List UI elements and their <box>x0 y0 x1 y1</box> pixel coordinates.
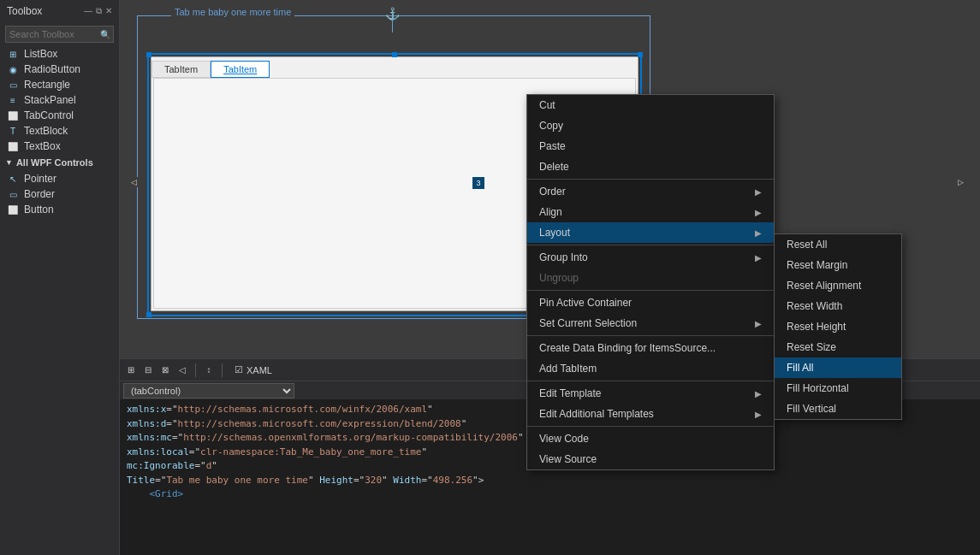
menu-item-view-code-label: View Code <box>539 433 589 445</box>
order-arrow-icon: ▶ <box>755 187 762 197</box>
toolbox-item-listbox[interactable]: ⊞ ListBox <box>0 46 119 62</box>
code-line-7: <Grid> <box>127 487 973 502</box>
menu-item-order[interactable]: Order ▶ <box>527 181 774 202</box>
menu-divider-3 <box>527 290 774 291</box>
menu-item-edit-additional-templates-label: Edit Additional Templates <box>539 408 654 420</box>
menu-item-delete[interactable]: Delete <box>527 156 774 177</box>
xaml-label: ☑ XAML <box>228 364 279 375</box>
code-attr-2: xmlns:d <box>127 418 166 429</box>
menu-divider-2 <box>527 245 774 245</box>
toolbox-item-stackpanel[interactable]: ≡ StackPanel <box>0 92 119 108</box>
toolbox-item-button[interactable]: ⬜ Button <box>0 202 119 217</box>
menu-item-group-into[interactable]: Group Into ▶ <box>527 247 774 268</box>
toolbox-item-rectangle[interactable]: ▭ Rectangle <box>0 77 119 92</box>
submenu-reset-width-label: Reset Width <box>787 300 842 312</box>
submenu-fill-vertical[interactable]: Fill Vertical <box>775 399 901 419</box>
submenu-reset-margin[interactable]: Reset Margin <box>775 255 901 275</box>
button-icon: ⬜ <box>7 204 19 216</box>
tab-headers: TabItem TabItem <box>151 57 638 78</box>
submenu-reset-all[interactable]: Reset All <box>775 234 901 255</box>
toolbox-item-label: StackPanel <box>24 94 76 106</box>
toolbox-item-label: Pointer <box>24 173 56 185</box>
toolbox-item-border[interactable]: ▭ Border <box>0 186 119 202</box>
menu-item-add-tabitem-label: Add TabItem <box>539 363 597 375</box>
code-attr: xmlns:x <box>127 404 166 415</box>
menu-item-edit-template-label: Edit Template <box>539 387 602 399</box>
search-input[interactable] <box>5 26 114 43</box>
menu-divider-5 <box>527 381 774 381</box>
submenu-reset-height[interactable]: Reset Height <box>775 316 901 337</box>
toolbar-divider-2 <box>222 363 223 377</box>
rectangle-icon: ▭ <box>7 79 19 91</box>
toolbox-item-label: ListBox <box>24 48 57 60</box>
menu-item-pin-active-label: Pin Active Container <box>539 297 632 309</box>
pointer-icon: ↖ <box>7 173 19 185</box>
submenu-reset-size-label: Reset Size <box>787 341 836 353</box>
toolbar-btn-5[interactable]: ↕ <box>201 363 217 378</box>
menu-item-delete-label: Delete <box>539 161 569 173</box>
toolbox-item-label: TextBox <box>24 140 61 152</box>
menu-item-set-selection-label: Set Current Selection <box>539 317 637 329</box>
menu-item-paste[interactable]: Paste <box>527 136 774 156</box>
float-icon[interactable]: ⧉ <box>96 6 102 16</box>
edit-additional-arrow-icon: ▶ <box>755 410 762 419</box>
menu-item-edit-additional-templates[interactable]: Edit Additional Templates ▶ <box>527 404 774 424</box>
anchor-line-top <box>392 19 393 32</box>
submenu-fill-horizontal-label: Fill Horizontal <box>787 382 849 394</box>
connector-left: ◁ <box>128 177 140 187</box>
menu-item-pin-active[interactable]: Pin Active Container <box>527 292 774 313</box>
menu-item-edit-template[interactable]: Edit Template ▶ <box>527 383 774 404</box>
toolbar-btn-2[interactable]: ⊟ <box>140 363 156 378</box>
stackpanel-icon: ≡ <box>7 94 19 106</box>
toolbox-item-label: Rectangle <box>24 79 70 91</box>
close-icon[interactable]: ✕ <box>105 6 112 16</box>
toolbox-search-area: 🔍 <box>0 22 119 46</box>
toolbox-item-textblock[interactable]: T TextBlock <box>0 123 119 139</box>
toolbox-list: ⊞ ListBox ◉ RadioButton ▭ Rectangle ≡ St… <box>0 46 119 555</box>
code-attr-4: xmlns:local <box>127 446 189 458</box>
tab-item-1[interactable]: TabItem <box>151 61 211 78</box>
toolbox-item-radiobutton[interactable]: ◉ RadioButton <box>0 62 119 77</box>
menu-item-add-tabitem[interactable]: Add TabItem <box>527 358 774 379</box>
toolbar-btn-4[interactable]: ◁ <box>175 363 190 378</box>
menu-divider-6 <box>527 426 774 427</box>
menu-item-set-selection[interactable]: Set Current Selection ▶ <box>527 313 774 334</box>
menu-item-view-source[interactable]: View Source <box>527 449 774 469</box>
menu-item-layout[interactable]: Layout ▶ <box>527 222 774 243</box>
submenu-reset-alignment[interactable]: Reset Alignment <box>775 275 901 296</box>
toolbar-btn-3[interactable]: ⊠ <box>157 363 173 378</box>
toolbox-section-wpf[interactable]: ▼ All WPF Controls <box>0 154 119 171</box>
toolbox-item-pointer[interactable]: ↖ Pointer <box>0 171 119 186</box>
toolbox-item-label: Border <box>24 188 55 200</box>
menu-item-view-code[interactable]: View Code <box>527 428 774 449</box>
submenu-fill-all[interactable]: Fill All <box>775 357 901 378</box>
number-badge: 3 <box>472 177 484 189</box>
toolbox-item-textbox[interactable]: ⬜ TextBox <box>0 139 119 154</box>
submenu-reset-width[interactable]: Reset Width <box>775 296 901 316</box>
edit-template-arrow-icon: ▶ <box>755 389 762 399</box>
toolbox-item-tabcontrol[interactable]: ⬜ TabControl <box>0 108 119 123</box>
search-container: 🔍 <box>5 26 114 43</box>
submenu-reset-size[interactable]: Reset Size <box>775 337 901 357</box>
tab-item-2-active[interactable]: TabItem <box>211 61 270 78</box>
border-icon: ▭ <box>7 188 19 200</box>
submenu-fill-horizontal[interactable]: Fill Horizontal <box>775 378 901 399</box>
element-dropdown[interactable]: (tabControl) <box>123 383 294 399</box>
menu-divider-4 <box>527 335 774 336</box>
menu-item-cut[interactable]: Cut <box>527 95 774 115</box>
align-arrow-icon: ▶ <box>755 208 762 217</box>
code-attr-3: xmlns:mc <box>127 432 172 443</box>
menu-item-create-binding[interactable]: Create Data Binding for ItemsSource... <box>527 338 774 358</box>
toolbox-header-icons: — ⧉ ✕ <box>84 6 112 16</box>
menu-item-align[interactable]: Align ▶ <box>527 202 774 222</box>
section-label: All WPF Controls <box>16 157 93 168</box>
menu-item-copy[interactable]: Copy <box>527 115 774 136</box>
pin-icon[interactable]: — <box>84 6 92 16</box>
section-arrow-icon: ▼ <box>5 158 13 167</box>
menu-item-view-source-label: View Source <box>539 453 597 465</box>
search-icon: 🔍 <box>100 30 110 39</box>
toolbar-btn-1[interactable]: ⊞ <box>123 363 139 378</box>
toolbar-divider <box>195 363 196 377</box>
toolbox-header: Toolbox — ⧉ ✕ <box>0 0 119 22</box>
context-menu: Cut Copy Paste Delete Order ▶ Align ▶ La… <box>526 94 775 470</box>
